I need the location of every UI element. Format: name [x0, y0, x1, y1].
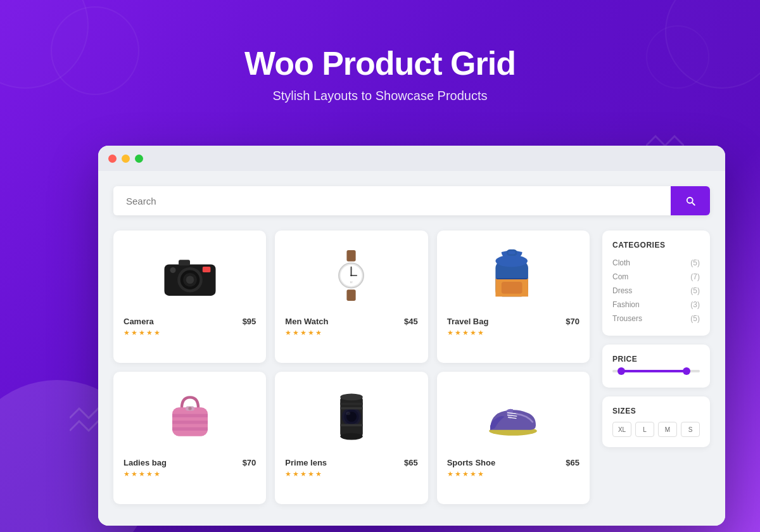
category-name-fashion: Fashion [612, 300, 640, 309]
svg-rect-6 [202, 267, 210, 272]
page-title: Woo Product Grid [0, 44, 760, 82]
product-name-watch: Men Watch [285, 317, 328, 326]
product-stars-backpack: ★ ★ ★ ★ ★ [447, 329, 580, 337]
svg-rect-5 [179, 260, 190, 265]
browser-content: Camera $95 ★ ★ ★ ★ ★ [98, 171, 725, 526]
traffic-light-red[interactable] [108, 155, 117, 163]
svg-point-36 [346, 412, 350, 415]
search-icon [685, 195, 696, 206]
svg-rect-39 [340, 403, 363, 405]
category-row-fashion[interactable]: Fashion (3) [612, 298, 700, 312]
category-name-dress: Dress [612, 286, 632, 295]
product-info-ladies-bag: Ladies bag $70 [124, 458, 256, 467]
sizes-title: SIZES [612, 407, 700, 415]
category-row-com[interactable]: Com (7) [612, 270, 700, 284]
product-name-camera: Camera [124, 317, 154, 326]
traffic-light-yellow[interactable] [122, 155, 130, 163]
category-count-com: (7) [690, 272, 700, 281]
product-image-watch: 12 12 [285, 241, 417, 310]
shoe-svg [484, 395, 542, 439]
product-stars-watch: ★ ★ ★ ★ ★ [285, 329, 417, 337]
product-image-shoe [447, 382, 580, 452]
product-image-ladies-bag [124, 382, 256, 452]
product-info-camera: Camera $95 [124, 317, 256, 326]
category-name-cloth: Cloth [612, 258, 630, 267]
sidebar: CATEGORIES Cloth (5) Com (7) Dress (5) [602, 231, 710, 504]
page-subtitle: Stylish Layouts to Showcase Products [0, 89, 760, 103]
categories-section: CATEGORIES Cloth (5) Com (7) Dress (5) [602, 231, 710, 336]
products-grid: Camera $95 ★ ★ ★ ★ ★ [113, 231, 590, 504]
svg-text:12: 12 [350, 269, 353, 271]
category-row-cloth[interactable]: Cloth (5) [612, 256, 700, 270]
search-bar [113, 186, 710, 215]
product-name-ladies-bag: Ladies bag [124, 458, 167, 467]
price-slider-track [612, 370, 700, 372]
svg-rect-27 [172, 428, 208, 431]
product-info-shoe: Sports Shoe $65 [447, 458, 580, 467]
price-thumb-right[interactable] [683, 367, 690, 375]
product-info-backpack: Travel Bag $70 [447, 317, 580, 326]
backpack-svg [490, 249, 537, 303]
product-stars-camera: ★ ★ ★ ★ ★ [124, 329, 256, 337]
browser-window: Camera $95 ★ ★ ★ ★ ★ [98, 146, 725, 526]
browser-titlebar [98, 146, 725, 171]
product-price-ladies-bag: $70 [243, 458, 256, 467]
lens-svg [329, 391, 374, 442]
product-image-lens [285, 382, 417, 452]
product-stars-shoe: ★ ★ ★ ★ ★ [447, 470, 580, 478]
svg-text:12: 12 [350, 281, 353, 284]
price-title: PRICE [612, 355, 700, 364]
svg-rect-9 [347, 289, 356, 301]
svg-rect-25 [172, 414, 208, 417]
search-input[interactable] [113, 186, 671, 215]
product-name-lens: Prime lens [285, 458, 327, 467]
product-price-watch: $45 [404, 317, 418, 326]
ladies-bag-svg [168, 391, 212, 442]
svg-point-32 [340, 433, 363, 440]
product-price-shoe: $65 [566, 458, 580, 467]
size-btn-l[interactable]: L [635, 422, 654, 437]
categories-title: CATEGORIES [612, 241, 700, 250]
watch-svg: 12 12 [334, 250, 369, 301]
svg-rect-38 [340, 424, 363, 427]
product-price-backpack: $70 [566, 317, 580, 326]
svg-rect-37 [340, 407, 363, 410]
price-section: PRICE [602, 345, 710, 388]
category-row-trousers[interactable]: Trousers (5) [612, 312, 700, 326]
category-count-dress: (5) [690, 286, 700, 295]
product-card-lens[interactable]: Prime lens $65 ★ ★ ★ ★ ★ [275, 372, 428, 504]
main-layout: Camera $95 ★ ★ ★ ★ ★ [113, 231, 710, 504]
product-card-ladies-bag[interactable]: Ladies bag $70 ★ ★ ★ ★ ★ [113, 372, 266, 504]
category-count-fashion: (3) [690, 300, 700, 309]
category-count-cloth: (5) [690, 258, 700, 267]
size-btn-m[interactable]: M [658, 422, 677, 437]
svg-point-4 [186, 276, 194, 284]
product-info-lens: Prime lens $65 [285, 458, 417, 467]
product-name-backpack: Travel Bag [447, 317, 489, 326]
svg-point-29 [188, 407, 191, 410]
product-image-camera [124, 241, 256, 310]
product-card-camera[interactable]: Camera $95 ★ ★ ★ ★ ★ [113, 231, 266, 363]
category-row-dress[interactable]: Dress (5) [612, 284, 700, 298]
size-btn-s[interactable]: S [681, 422, 700, 437]
category-count-trousers: (5) [690, 314, 700, 323]
svg-rect-23 [502, 281, 522, 293]
size-btn-xl[interactable]: XL [612, 422, 631, 437]
product-name-shoe: Sports Shoe [447, 458, 496, 467]
price-slider-fill [621, 370, 687, 372]
page-header: Woo Product Grid Stylish Layouts to Show… [0, 44, 760, 103]
product-card-shoe[interactable]: Sports Shoe $65 ★ ★ ★ ★ ★ [437, 372, 590, 504]
price-thumb-left[interactable] [618, 367, 625, 375]
svg-point-7 [170, 267, 175, 273]
sizes-section: SIZES XL L M S [602, 396, 710, 447]
product-card-watch[interactable]: 12 12 Men Watch $45 ★ ★ ★ ★ ★ [275, 231, 428, 363]
svg-point-31 [340, 394, 363, 401]
product-price-camera: $95 [243, 317, 256, 326]
traffic-light-green[interactable] [135, 155, 143, 163]
category-name-trousers: Trousers [612, 314, 642, 323]
camera-svg [162, 253, 218, 298]
product-card-backpack[interactable]: Travel Bag $70 ★ ★ ★ ★ ★ [437, 231, 590, 363]
product-info-watch: Men Watch $45 [285, 317, 417, 326]
search-button[interactable] [671, 186, 710, 215]
svg-rect-26 [172, 421, 208, 424]
